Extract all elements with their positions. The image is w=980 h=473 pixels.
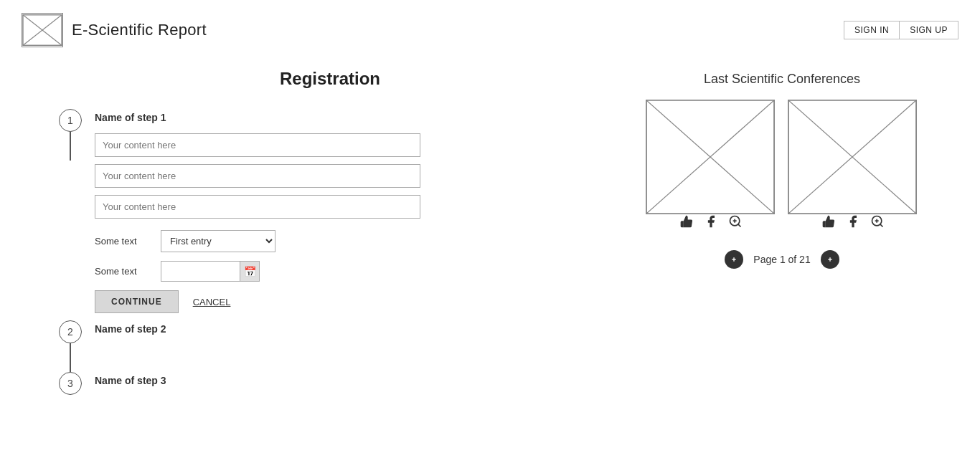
step-2-name: Name of step 2 [95, 323, 603, 335]
conference-item-2 [788, 100, 918, 239]
prev-page-button[interactable] [725, 250, 743, 269]
date-input-wrapper: 📅 [161, 261, 260, 282]
conference-image-1 [646, 100, 775, 214]
conf-1-icons [646, 214, 776, 233]
page-title: Registration [57, 69, 603, 89]
calendar-button[interactable]: 📅 [240, 261, 260, 282]
step-1-name: Name of step 1 [95, 112, 603, 123]
like-icon-2[interactable] [821, 214, 836, 233]
facebook-icon-2[interactable] [846, 214, 860, 233]
conference-item-1 [646, 100, 776, 239]
field-1-input[interactable] [95, 133, 420, 157]
conferences-section: Last Scientific Conferences [646, 69, 918, 396]
step-3-left: 3 [57, 372, 83, 395]
continue-button[interactable]: CONTINUE [95, 290, 179, 313]
steps-container: 1 Name of step 1 Some text First entry [57, 109, 603, 396]
registration-section: Registration 1 Name of step 1 Some te [57, 69, 603, 396]
step-1-row: 1 Name of step 1 Some text First entry [57, 109, 603, 320]
dropdown-row: Some text First entry Second entry Third… [95, 230, 603, 252]
form-fields [95, 133, 603, 219]
dropdown-label: Some text [95, 236, 152, 247]
step-1-left: 1 [57, 109, 83, 161]
next-page-button[interactable] [821, 250, 839, 269]
step-3-name: Name of step 3 [95, 375, 603, 386]
step-3-circle: 3 [59, 372, 82, 395]
form-actions: CONTINUE CANCEL [95, 290, 603, 313]
date-label: Some text [95, 266, 152, 277]
logo-area: E-Scientific Report [22, 13, 207, 47]
step-2-content: Name of step 2 [95, 320, 603, 345]
header: E-Scientific Report SIGN IN SIGN UP [0, 0, 980, 54]
zoom-icon-2[interactable] [870, 214, 885, 233]
sign-up-button[interactable]: SIGN UP [900, 22, 958, 39]
pagination: Page 1 of 21 [646, 250, 918, 269]
step-1-line [70, 132, 71, 161]
step-2-line [70, 343, 71, 372]
header-actions: SIGN IN SIGN UP [844, 21, 958, 39]
sign-in-button[interactable]: SIGN IN [844, 22, 900, 39]
facebook-icon-1[interactable] [704, 214, 718, 233]
conferences-title: Last Scientific Conferences [646, 72, 918, 87]
step-1-circle: 1 [59, 109, 82, 132]
date-row: Some text 📅 [95, 261, 603, 282]
step-2-circle: 2 [59, 320, 82, 343]
page-info: Page 1 of 21 [753, 254, 810, 265]
step-2-row: 2 Name of step 2 [57, 320, 603, 372]
like-icon-1[interactable] [679, 214, 694, 233]
conf-2-icons [788, 214, 918, 233]
conference-image-2 [788, 100, 917, 214]
field-2-input[interactable] [95, 164, 420, 188]
step-1-content: Name of step 1 Some text First entry Sec… [95, 109, 603, 320]
step-3-content: Name of step 3 [95, 372, 603, 396]
calendar-icon: 📅 [244, 266, 256, 277]
zoom-icon-1[interactable] [728, 214, 743, 233]
date-input[interactable] [161, 261, 240, 282]
step-3-row: 3 Name of step 3 [57, 372, 603, 396]
svg-line-14 [880, 224, 883, 227]
conferences-grid [646, 100, 918, 239]
step-2-left: 2 [57, 320, 83, 372]
cancel-button[interactable]: CANCEL [193, 297, 231, 307]
dropdown-select[interactable]: First entry Second entry Third entry [161, 230, 275, 252]
svg-line-7 [738, 224, 741, 227]
app-title: E-Scientific Report [72, 21, 207, 39]
logo-icon [22, 13, 63, 47]
field-3-input[interactable] [95, 195, 420, 219]
main-content: Registration 1 Name of step 1 Some te [0, 54, 980, 411]
